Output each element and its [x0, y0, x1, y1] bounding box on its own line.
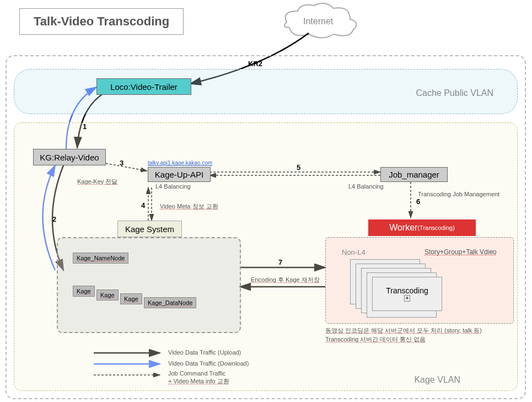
kr2-label: KR2	[248, 60, 262, 68]
kage-system-zone	[57, 237, 241, 333]
legend-upload: Video Data Traffic (Upload)	[168, 349, 241, 356]
legend-job: Job Command Traffic	[168, 370, 225, 377]
footer-2: Transcoding 서버간 데이터 통신 없음	[325, 335, 426, 344]
video-meta-label: Video Meta 정보 교환	[160, 202, 218, 211]
num-3: 3	[120, 159, 123, 167]
encoding-restore-label: Encoding 후 Kage 재저장	[251, 276, 320, 284]
worker-sub: (Transcoding)	[417, 224, 454, 231]
transcode-box: Transcoding +	[372, 277, 442, 311]
plus-icon: +	[404, 295, 411, 302]
l4-balancing-1: L4 Balancing	[155, 183, 191, 190]
l4-balancing-2: L4 Balancing	[348, 183, 384, 190]
transcoding-job-mgmt: Transcoding Job Management	[418, 191, 499, 197]
kage-key-label: Kage-Key 전달	[77, 178, 117, 186]
footer-1: 동영상 인코딩은 해당 서버군에서 모두 처리 (story, talk 등)	[325, 326, 482, 335]
datanode-3: Kage	[120, 293, 142, 304]
non-l4: Non-L4	[342, 248, 366, 256]
box-kage-system: Kage System	[117, 221, 182, 237]
kage-vlan-label: Kage VLAN	[414, 375, 460, 385]
box-kg-relay: KG:Relay-Video	[33, 149, 106, 165]
box-job-manager: Job_manager	[380, 167, 448, 182]
num-5: 5	[297, 163, 300, 171]
kage-up-url: talkv.api1.kage.kakao.com	[148, 160, 212, 166]
cloud-label: Internet	[303, 17, 333, 26]
num-2: 2	[52, 215, 56, 223]
datanode-4: Kage_DataNode	[144, 297, 196, 308]
namenode: Kage_NameNode	[73, 253, 128, 264]
legend-download: Video Data Traffic (Download)	[168, 360, 249, 367]
story-group: Story+Group+Talk Vdieo	[424, 248, 497, 256]
transcoding-label: Transcoding	[386, 286, 428, 295]
box-worker: Worker(Transcoding)	[368, 219, 476, 236]
box-loco: Loco:Video-Trailer	[96, 78, 191, 95]
cache-vlan-label: Cache Public VLAN	[416, 88, 493, 98]
datanode-1: Kage	[73, 286, 95, 297]
num-7: 7	[278, 258, 282, 266]
num-6: 6	[416, 197, 420, 206]
num-4: 4	[141, 201, 145, 210]
num-1: 1	[83, 122, 87, 131]
page-title: Talk-Video Transcoding	[19, 8, 184, 35]
worker-label: Worker	[389, 223, 417, 233]
legend-job2: + Video Meta info 교환	[168, 377, 229, 385]
datanode-2: Kage	[96, 290, 119, 301]
box-kage-up-api: Kage-Up-API	[148, 167, 211, 182]
